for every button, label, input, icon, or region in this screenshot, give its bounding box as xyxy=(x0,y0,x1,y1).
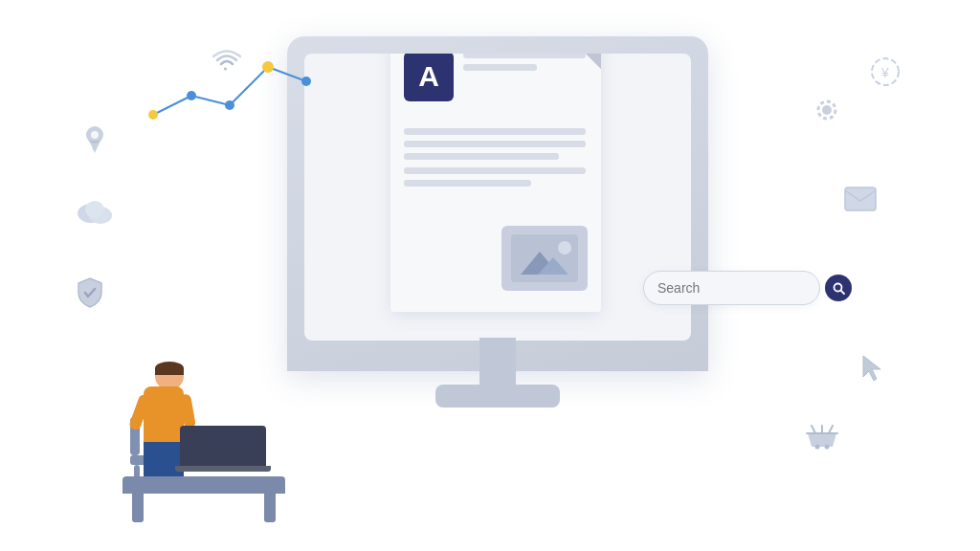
document: A xyxy=(390,54,601,312)
svg-point-21 xyxy=(187,91,196,100)
svg-point-1 xyxy=(91,131,99,139)
desk-leg-left xyxy=(132,494,144,522)
svg-point-24 xyxy=(301,77,311,86)
monitor: A xyxy=(287,36,708,438)
doc-line xyxy=(404,141,586,147)
svg-text:¥: ¥ xyxy=(880,65,889,80)
svg-point-13 xyxy=(825,445,830,450)
location-pin-icon xyxy=(84,124,105,158)
laptop xyxy=(180,426,266,478)
shield-icon xyxy=(77,277,103,313)
laptop-base xyxy=(175,466,271,472)
svg-point-12 xyxy=(815,445,820,450)
svg-point-17 xyxy=(558,241,571,254)
svg-marker-11 xyxy=(863,356,880,381)
search-bar[interactable] xyxy=(643,271,820,305)
monitor-screen: A xyxy=(304,54,691,341)
doc-line xyxy=(463,64,537,71)
cursor-icon xyxy=(861,354,882,385)
doc-line xyxy=(404,167,586,174)
gear-icon xyxy=(813,96,841,129)
search-button[interactable] xyxy=(825,275,852,301)
person-figure xyxy=(144,362,184,478)
svg-point-23 xyxy=(262,61,274,73)
doc-body-lines xyxy=(404,121,586,192)
doc-line xyxy=(404,153,559,160)
svg-point-5 xyxy=(85,201,104,218)
person-torso xyxy=(144,386,184,442)
svg-marker-2 xyxy=(89,141,100,153)
search-input[interactable] xyxy=(657,280,825,296)
doc-header-lines xyxy=(463,54,586,77)
person-arm-right xyxy=(179,393,196,430)
monitor-base xyxy=(435,385,560,408)
cloud-icon xyxy=(72,196,118,230)
doc-line xyxy=(463,54,586,58)
person-pants xyxy=(144,442,184,478)
svg-point-22 xyxy=(225,100,234,110)
desk-surface xyxy=(122,476,285,494)
basket-icon xyxy=(806,422,838,455)
monitor-body: A xyxy=(287,36,708,371)
doc-letter-tile: A xyxy=(404,54,454,101)
laptop-screen xyxy=(180,426,266,466)
yen-refresh-icon: ¥ xyxy=(869,55,902,92)
doc-line xyxy=(404,180,531,187)
monitor-neck xyxy=(479,338,516,386)
doc-line xyxy=(404,128,586,135)
svg-rect-10 xyxy=(845,187,876,210)
person-desk xyxy=(122,274,285,494)
chart xyxy=(144,29,335,143)
svg-point-20 xyxy=(148,110,158,120)
doc-image-placeholder xyxy=(501,226,588,291)
svg-point-6 xyxy=(822,105,832,115)
person-arm-left xyxy=(128,393,151,431)
desk-leg-right xyxy=(264,494,276,522)
svg-line-19 xyxy=(840,290,843,293)
envelope-icon xyxy=(844,187,877,215)
